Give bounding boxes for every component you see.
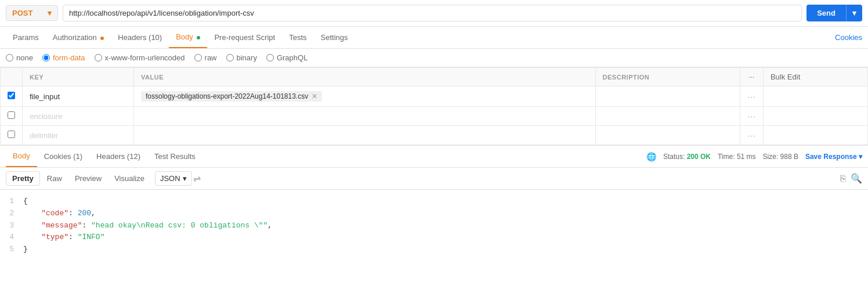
radio-form-data[interactable]: form-data bbox=[42, 53, 85, 62]
row1-more-icon[interactable]: ··· bbox=[748, 92, 756, 101]
radio-none[interactable]: none bbox=[6, 53, 33, 62]
status-label: Status: 200 OK bbox=[663, 153, 711, 161]
line-num-2: 2 bbox=[0, 208, 23, 220]
more-options-icon: ··· bbox=[748, 74, 755, 81]
row3-desc-cell[interactable] bbox=[595, 126, 740, 145]
radio-graphql[interactable]: GraphQL bbox=[266, 53, 308, 62]
method-chevron-icon: ▾ bbox=[48, 9, 52, 17]
col-description: DESCRIPTION bbox=[595, 68, 740, 86]
size-value: 988 B bbox=[780, 153, 798, 161]
row1-value-cell[interactable]: fossology-obligations-export-2022Aug14-1… bbox=[134, 86, 596, 107]
tab-headers[interactable]: Headers (10) bbox=[111, 27, 169, 48]
row2-key-cell[interactable]: enclosure bbox=[23, 107, 134, 126]
row1-key-cell[interactable]: file_input bbox=[23, 86, 134, 107]
format-btn-preview[interactable]: Preview bbox=[69, 172, 107, 185]
tab-tests[interactable]: Tests bbox=[282, 27, 313, 48]
send-button-arrow-icon[interactable]: ▾ bbox=[846, 5, 862, 21]
code-line-5: 5 } bbox=[0, 244, 868, 256]
code-line-4: 4 "type": "INFO" bbox=[0, 232, 868, 244]
row1-checkbox[interactable] bbox=[8, 92, 15, 99]
row3-more-icon[interactable]: ··· bbox=[748, 131, 756, 140]
save-response-label: Save Response bbox=[805, 153, 857, 161]
response-code-area: 1 { 2 "code": 200, 3 "message": "head ok… bbox=[0, 190, 868, 262]
row2-key: enclosure bbox=[30, 112, 62, 121]
url-input[interactable] bbox=[63, 5, 802, 21]
col-more: ··· bbox=[740, 68, 763, 86]
response-tab-body-label: Body bbox=[13, 151, 30, 160]
col-key: KEY bbox=[23, 68, 134, 86]
response-tab-headers-label: Headers (12) bbox=[96, 152, 140, 161]
row1-desc-cell[interactable] bbox=[595, 86, 740, 107]
row2-checkbox-cell[interactable] bbox=[1, 107, 23, 126]
format-type-select[interactable]: JSON ▾ bbox=[155, 171, 192, 186]
copy-icon[interactable]: ⎘ bbox=[840, 173, 846, 184]
request-tabs: Params Authorization Headers (10) Body P… bbox=[0, 27, 868, 49]
row1-file-remove-icon[interactable]: ✕ bbox=[312, 92, 317, 100]
row2-more-cell[interactable]: ··· bbox=[740, 107, 763, 126]
row1-checkbox-cell[interactable] bbox=[1, 86, 23, 107]
format-type-chevron-icon: ▾ bbox=[183, 174, 187, 183]
send-button-group[interactable]: Send ▾ bbox=[806, 5, 862, 21]
code-line-3: 3 "message": "head okay\nRead csv: 0 obl… bbox=[0, 220, 868, 232]
code-content-2: "code": 200, bbox=[23, 208, 868, 220]
row2-checkbox[interactable] bbox=[8, 111, 15, 119]
row1-file-chip: fossology-obligations-export-2022Aug14-1… bbox=[141, 91, 322, 102]
cookies-label: Cookies bbox=[835, 33, 862, 42]
time-label: Time: 51 ms bbox=[718, 153, 756, 161]
radio-binary[interactable]: binary bbox=[226, 53, 257, 62]
row1-file-name: fossology-obligations-export-2022Aug14-1… bbox=[146, 92, 308, 100]
search-icon[interactable]: 🔍 bbox=[851, 173, 862, 184]
code-content-3: "message": "head okay\nRead csv: 0 oblig… bbox=[23, 220, 868, 232]
response-tab-headers[interactable]: Headers (12) bbox=[89, 146, 147, 167]
row3-value-cell[interactable] bbox=[134, 126, 596, 145]
line-num-4: 4 bbox=[0, 232, 23, 244]
body-type-row: none form-data x-www-form-urlencoded raw… bbox=[0, 49, 868, 67]
tab-settings-label: Settings bbox=[321, 33, 348, 42]
cookies-link[interactable]: Cookies bbox=[835, 27, 862, 48]
format-btn-visualize[interactable]: Visualize bbox=[108, 172, 150, 185]
response-tab-test-results[interactable]: Test Results bbox=[147, 146, 202, 167]
line-num-1: 1 bbox=[0, 196, 23, 208]
table-row: delimiter ··· bbox=[1, 126, 868, 145]
wrap-lines-icon[interactable]: ⇌ bbox=[193, 173, 201, 184]
line-num-3: 3 bbox=[0, 220, 23, 232]
send-button-label[interactable]: Send bbox=[806, 5, 846, 21]
radio-none-label: none bbox=[16, 53, 33, 62]
format-btn-pretty-label: Pretty bbox=[12, 174, 34, 183]
tab-settings[interactable]: Settings bbox=[314, 27, 355, 48]
method-select[interactable]: POST ▾ bbox=[6, 5, 58, 21]
tab-pre-request-label: Pre-request Script bbox=[214, 33, 275, 42]
row2-value-cell[interactable] bbox=[134, 107, 596, 126]
format-btn-preview-label: Preview bbox=[75, 174, 102, 183]
format-btn-visualize-label: Visualize bbox=[114, 174, 144, 183]
tab-authorization[interactable]: Authorization bbox=[46, 27, 111, 48]
radio-urlencoded-label: x-www-form-urlencoded bbox=[105, 53, 185, 62]
format-type-label: JSON bbox=[160, 174, 180, 183]
save-response-button[interactable]: Save Response ▾ bbox=[805, 153, 862, 161]
format-btn-pretty[interactable]: Pretty bbox=[6, 171, 40, 186]
globe-icon: 🌐 bbox=[646, 152, 656, 161]
kv-table: KEY VALUE DESCRIPTION ··· Bulk Edit file… bbox=[0, 67, 868, 145]
response-tab-cookies[interactable]: Cookies (1) bbox=[37, 146, 89, 167]
format-btn-raw[interactable]: Raw bbox=[41, 172, 68, 185]
radio-urlencoded[interactable]: x-www-form-urlencoded bbox=[95, 53, 185, 62]
tab-params[interactable]: Params bbox=[6, 27, 46, 48]
tab-authorization-label: Authorization bbox=[53, 33, 97, 42]
row3-more-cell[interactable]: ··· bbox=[740, 126, 763, 145]
row3-extra-cell bbox=[763, 126, 867, 145]
row3-checkbox-cell[interactable] bbox=[1, 126, 23, 145]
table-row: file_input fossology-obligations-export-… bbox=[1, 86, 868, 107]
radio-graphql-label: GraphQL bbox=[277, 53, 308, 62]
tab-body[interactable]: Body bbox=[169, 27, 207, 48]
bulk-edit-button[interactable]: Bulk Edit bbox=[771, 73, 800, 81]
tab-pre-request[interactable]: Pre-request Script bbox=[207, 27, 282, 48]
row3-key-cell[interactable]: delimiter bbox=[23, 126, 134, 145]
row1-more-cell[interactable]: ··· bbox=[740, 86, 763, 107]
row2-more-icon[interactable]: ··· bbox=[748, 112, 756, 121]
tab-headers-label: Headers (10) bbox=[118, 33, 162, 42]
code-content-5: } bbox=[23, 244, 868, 256]
row2-desc-cell[interactable] bbox=[595, 107, 740, 126]
response-tab-body[interactable]: Body bbox=[6, 146, 37, 167]
row3-checkbox[interactable] bbox=[8, 131, 15, 138]
radio-raw[interactable]: raw bbox=[194, 53, 217, 62]
